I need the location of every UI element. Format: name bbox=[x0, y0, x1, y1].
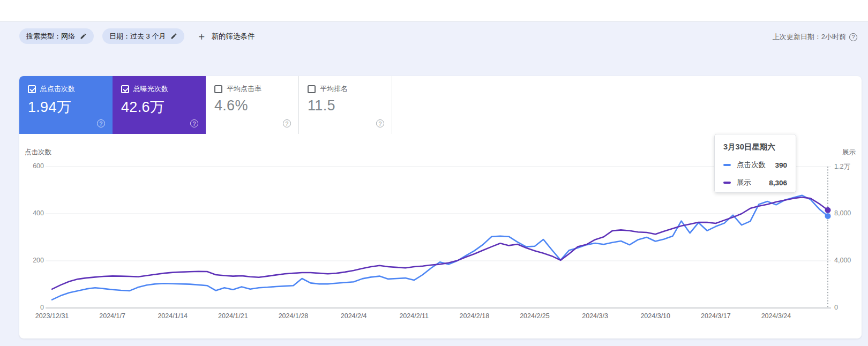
filter-chip-search-type[interactable]: 搜索类型：网络 bbox=[19, 28, 94, 44]
edit-pencil-icon bbox=[170, 33, 177, 40]
last-updated-text: 上次更新日期：2小时前 bbox=[773, 32, 846, 42]
clicks-series-dash-icon bbox=[723, 164, 731, 166]
metric-value: 4.6% bbox=[214, 97, 248, 114]
checkbox-unchecked-icon[interactable] bbox=[214, 85, 222, 93]
impressions-series-dash-icon bbox=[723, 182, 731, 184]
chart-tooltip: 3月30日星期六 点击次数 390 展示 8,306 bbox=[714, 134, 796, 193]
metric-label: 总曝光次数 bbox=[133, 84, 168, 94]
tooltip-date: 3月30日星期六 bbox=[723, 142, 787, 152]
edit-pencil-icon bbox=[80, 33, 87, 40]
metric-value: 11.5 bbox=[308, 97, 335, 114]
help-icon[interactable]: ? bbox=[376, 119, 384, 127]
metric-label: 平均点击率 bbox=[227, 84, 261, 94]
metric-card-total-clicks[interactable]: 总点击次数 1.94万 ? bbox=[19, 76, 113, 134]
checkbox-checked-icon[interactable] bbox=[28, 85, 36, 93]
metric-value: 1.94万 bbox=[28, 97, 71, 117]
help-icon[interactable]: ? bbox=[190, 119, 198, 127]
filter-chip-label: 搜索类型：网络 bbox=[26, 32, 75, 41]
plus-icon: ＋ bbox=[196, 31, 206, 41]
tooltip-label: 点击次数 bbox=[737, 160, 766, 170]
checkbox-checked-icon[interactable] bbox=[121, 85, 129, 93]
tooltip-row-clicks: 点击次数 390 bbox=[723, 160, 787, 170]
checkbox-unchecked-icon[interactable] bbox=[308, 85, 316, 93]
new-filter-button[interactable]: ＋ 新的筛选条件 bbox=[193, 29, 258, 43]
metric-label: 总点击次数 bbox=[40, 84, 75, 94]
performance-card: 总点击次数 1.94万 ? 总曝光次数 42.6万 ? 平均点击率 4.6% ?… bbox=[19, 76, 862, 339]
tooltip-label: 展示 bbox=[737, 178, 751, 187]
metric-value: 42.6万 bbox=[121, 97, 164, 117]
filter-chip-date-range[interactable]: 日期：过去 3 个月 bbox=[102, 28, 184, 44]
metric-card-avg-ctr[interactable]: 平均点击率 4.6% ? bbox=[206, 76, 299, 134]
help-icon[interactable]: ? bbox=[283, 119, 291, 127]
metric-card-total-impressions[interactable]: 总曝光次数 42.6万 ? bbox=[113, 76, 206, 134]
header-bar bbox=[0, 0, 868, 22]
filter-chip-label: 日期：过去 3 个月 bbox=[109, 32, 166, 41]
metric-label: 平均排名 bbox=[320, 84, 348, 94]
tooltip-value: 8,306 bbox=[769, 179, 787, 187]
metric-card-avg-position[interactable]: 平均排名 11.5 ? bbox=[299, 76, 392, 134]
info-icon[interactable]: ? bbox=[849, 33, 857, 41]
new-filter-label: 新的筛选条件 bbox=[211, 32, 255, 41]
help-icon[interactable]: ? bbox=[97, 119, 105, 127]
last-updated-status: 上次更新日期：2小时前 ? bbox=[773, 32, 857, 42]
tooltip-row-impressions: 展示 8,306 bbox=[723, 178, 787, 187]
filter-row: 搜索类型：网络 日期：过去 3 个月 ＋ 新的筛选条件 bbox=[19, 28, 258, 44]
tooltip-value: 390 bbox=[775, 161, 787, 169]
